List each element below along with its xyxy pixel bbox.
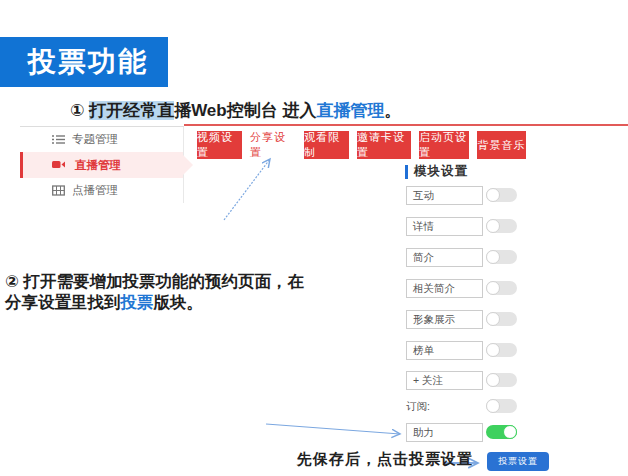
module-settings-title: 模块设置 [414,163,468,180]
sidebar-item-live-manage[interactable]: 直播管理 [20,152,183,178]
step1-middle-text: 播Web控制台 进入 [174,101,316,120]
toggle-switch-off[interactable] [486,188,517,202]
footer-instruction-text: 先保存后，点击投票设置 [297,450,473,469]
toggle-switch-off[interactable] [486,312,517,326]
step1-highlighted-text: 打开经常直 [89,101,174,120]
tab-label: 背景音乐 [478,138,526,153]
step1-text: ① 打开经常直播Web控制台 进入直播管理。 [70,99,401,122]
module-label: 形象展示 [413,313,455,327]
module-row-related-intro: 相关简介 [406,279,518,298]
toggle-knob [486,188,500,202]
module-label: + 关注 [413,374,443,388]
toggle-knob [486,281,500,295]
page-title-text: 投票功能 [28,43,148,81]
module-label: 简介 [413,251,434,265]
toggle-knob [486,219,500,233]
module-settings-header: 模块设置 [405,163,468,180]
tab-watch-limit[interactable]: 观看限制 [304,131,349,159]
module-row-interaction: 互动 [406,186,518,205]
video-camera-icon [52,158,65,171]
module-row-image-display: 形象展示 [406,310,518,329]
module-label: 互动 [413,189,434,203]
module-label: 订阅: [406,400,430,414]
arrow-to-boost-row [266,424,400,434]
vote-settings-button[interactable]: 投票设置 [487,452,549,471]
tab-label: 邀请卡设置 [357,130,411,160]
module-name-box: 榜单 [406,341,483,360]
tab-label: 启动页设置 [419,130,469,160]
step1-suffix: 。 [384,101,401,120]
sidebar-item-label: 直播管理 [75,158,121,173]
module-name-box: + 关注 [406,371,483,390]
module-row-boost: 助力 [406,423,518,442]
toggle-knob [503,425,517,439]
module-label: 榜单 [413,344,434,358]
sidebar-item-vod-manage[interactable]: 点播管理 [20,178,183,203]
tab-invite-card-settings[interactable]: 邀请卡设置 [357,131,411,159]
step2-suffix: 版块。 [154,293,204,311]
tab-launch-page-settings[interactable]: 启动页设置 [419,131,469,159]
module-name-box: 形象展示 [406,310,483,329]
step2-text: ② 打开需要增加投票功能的预约页面，在分享设置里找到投票版块。 [5,271,313,313]
toggle-switch-off[interactable] [486,281,517,295]
step2-link-text: 投票 [121,293,154,311]
sidebar-item-topic-manage[interactable]: 专题管理 [20,127,183,152]
toggle-switch-off[interactable] [486,250,517,264]
toggle-switch-off[interactable] [486,399,517,413]
module-label: 详情 [413,220,434,234]
module-row-subscribe: 订阅: [406,397,518,416]
film-icon [52,184,65,197]
page-title: 投票功能 [0,37,168,87]
module-name-box: 简介 [406,248,483,267]
vote-settings-button-label: 投票设置 [498,455,538,468]
module-name-box: 相关简介 [406,279,483,298]
module-row-ranking: 榜单 [406,341,518,360]
toggle-switch-off[interactable] [486,343,517,357]
toggle-knob [486,373,500,387]
toggle-knob [486,343,500,357]
step1-link-text: 直播管理 [316,101,384,120]
sidebar-item-label: 专题管理 [72,132,118,147]
module-name-box: 助力 [406,423,483,442]
tab-label: 视频设置 [197,130,242,160]
module-name-box: 详情 [406,217,483,236]
toggle-knob [486,312,500,326]
toggle-switch-on[interactable] [486,425,517,439]
header-accent-bar [405,165,408,179]
module-label: 助力 [413,426,434,440]
slide-canvas: 投票功能 ① 打开经常直播Web控制台 进入直播管理。 ② 打开需要增加投票功能… [0,0,628,476]
tab-video-settings[interactable]: 视频设置 [197,131,242,159]
module-row-details: 详情 [406,217,518,236]
module-name-box: 互动 [406,186,483,205]
sidebar-item-label: 点播管理 [72,183,118,198]
tab-background-music[interactable]: 背景音乐 [477,131,526,159]
toggle-switch-off[interactable] [486,219,517,233]
toggle-knob [486,250,500,264]
tab-label: 分享设置 [250,130,296,160]
module-row-intro: 简介 [406,248,518,267]
tabbar-top-border [184,124,628,126]
console-sidebar: 专题管理 直播管理 点播管理 [20,127,184,203]
toggle-switch-off[interactable] [486,373,517,387]
module-label: 相关简介 [413,282,455,296]
module-row-follow: + 关注 [406,371,518,390]
arrow-to-share-tab [224,159,270,220]
tab-label: 观看限制 [304,130,349,160]
toggle-knob [486,399,500,413]
tab-share-settings[interactable]: 分享设置 [250,131,296,159]
list-icon [52,133,65,146]
settings-tab-bar: 视频设置 分享设置 观看限制 邀请卡设置 启动页设置 背景音乐 [197,131,526,159]
step1-number: ① [70,101,89,120]
